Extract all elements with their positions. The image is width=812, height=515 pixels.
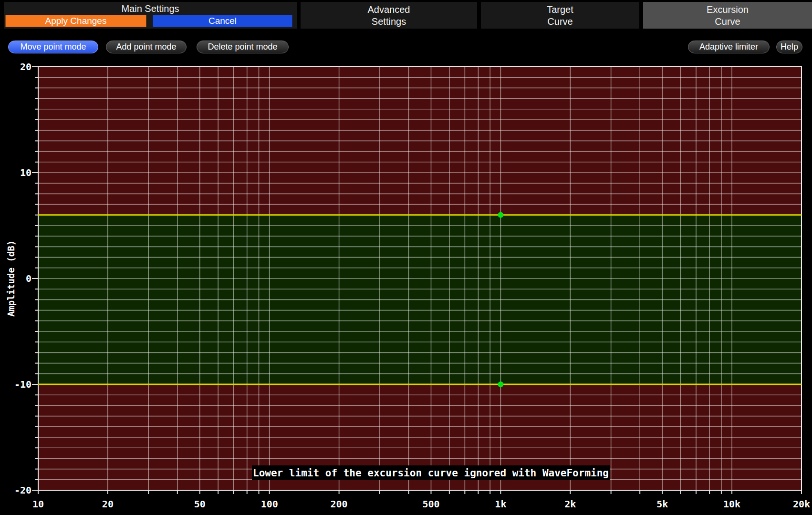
tab-main-settings[interactable]: Main Settings Apply Changes Cancel bbox=[4, 2, 297, 29]
move-point-mode-button[interactable]: Move point mode bbox=[8, 41, 98, 53]
excursion-chart-canvas[interactable]: 1020501002005001k2k5k10k20k20100-10-20Am… bbox=[0, 56, 812, 515]
y-axis-tick-label: -10 bbox=[14, 379, 31, 390]
y-axis-tick-label: 10 bbox=[20, 167, 31, 178]
x-axis-tick-label: 1k bbox=[495, 498, 506, 510]
x-axis-tick-label: 20 bbox=[102, 498, 114, 510]
cancel-button[interactable]: Cancel bbox=[153, 15, 292, 27]
help-button[interactable]: Help bbox=[776, 41, 802, 53]
tab-target-curve-label-line2: Curve bbox=[481, 16, 639, 28]
y-axis-tick-label: 0 bbox=[26, 273, 31, 284]
upper-limit-handle-point[interactable] bbox=[498, 212, 503, 218]
tab-advanced-settings[interactable]: Advanced Settings bbox=[301, 2, 477, 29]
x-axis-tick-label: 50 bbox=[194, 498, 206, 510]
add-point-mode-button[interactable]: Add point mode bbox=[106, 41, 187, 53]
tab-excursion-curve-label-line2: Curve bbox=[643, 16, 812, 28]
y-axis-tick-label: 20 bbox=[20, 61, 31, 72]
adaptive-limiter-button[interactable]: Adaptive limiter bbox=[688, 41, 770, 53]
y-axis-tick-label: -20 bbox=[14, 484, 31, 496]
lower-limit-handle-point[interactable] bbox=[498, 381, 503, 387]
x-axis-tick-label: 10k bbox=[723, 498, 740, 510]
x-axis-tick-label: 20k bbox=[793, 498, 810, 510]
tab-excursion-curve[interactable]: Excursion Curve bbox=[643, 2, 812, 29]
tab-excursion-curve-label-line1: Excursion bbox=[643, 3, 812, 16]
x-axis-tick-label: 10 bbox=[32, 498, 44, 510]
tab-target-curve[interactable]: Target Curve bbox=[481, 2, 639, 29]
tab-main-settings-label: Main Settings bbox=[4, 3, 297, 15]
x-axis-tick-label: 5k bbox=[656, 498, 668, 510]
x-axis-tick-label: 200 bbox=[331, 498, 348, 510]
apply-changes-button[interactable]: Apply Changes bbox=[5, 15, 146, 27]
annotation-text: Lower limit of the excursion curve ignor… bbox=[253, 467, 609, 479]
tab-target-curve-label-line1: Target bbox=[481, 3, 639, 16]
delete-point-mode-button[interactable]: Delete point mode bbox=[197, 41, 289, 53]
tab-advanced-settings-label-line2: Settings bbox=[301, 16, 477, 28]
x-axis-tick-label: 2k bbox=[564, 498, 576, 510]
x-axis-tick-label: 500 bbox=[422, 498, 439, 510]
y-axis-title: Amplitude (dB) bbox=[6, 240, 16, 317]
x-axis-tick-label: 100 bbox=[261, 498, 278, 510]
excursion-curve-editor: Main Settings Apply Changes Cancel Advan… bbox=[0, 0, 812, 515]
tab-advanced-settings-label-line1: Advanced bbox=[301, 3, 477, 16]
